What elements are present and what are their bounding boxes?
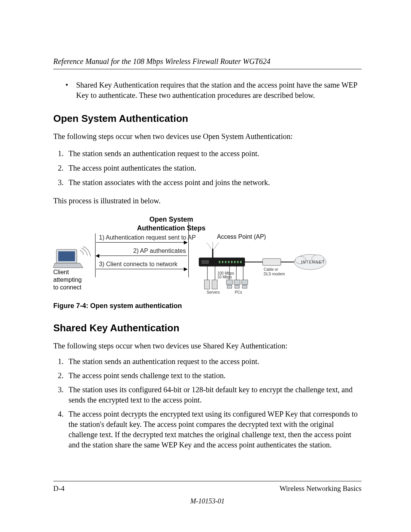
section1-step: The station sends an authentication requ…	[65, 147, 362, 160]
section2-intro: The following steps occur when two devic…	[53, 341, 362, 351]
servers-label: Servers	[207, 290, 220, 294]
network-cluster-icon: Cable or DLS modem INTERNET 100 Mbps 10 …	[196, 242, 341, 295]
section2-step: The access point decrypts the encrypted …	[65, 409, 362, 450]
svg-rect-25	[204, 280, 210, 289]
figure-caption: Figure 7-4: Open system authentication	[53, 302, 362, 310]
section1-heading: Open System Authentication	[53, 113, 362, 125]
section2-step: The station uses its configured 64-bit o…	[65, 385, 362, 405]
diagram-step1-label: 1) Authentication request sent to AP	[99, 234, 196, 241]
bullet-icon: •	[65, 80, 76, 101]
footer-doc-id: M-10153-01	[53, 497, 362, 505]
client-label-line: to connect	[53, 284, 81, 291]
footer-rule	[53, 481, 362, 481]
running-header: Reference Manual for the 108 Mbps Wirele…	[53, 57, 362, 66]
section1-outro: This process is illustrated in below.	[53, 196, 362, 206]
svg-rect-32	[242, 285, 247, 288]
arrow-right-icon	[96, 242, 187, 243]
modem-label-line: Cable or	[264, 267, 278, 272]
client-label: Client attempting to connect	[53, 268, 82, 291]
diagram-step3-label: 3) Client connects to network	[99, 261, 177, 268]
section2-steps: The station sends an authentication requ…	[53, 356, 362, 450]
svg-rect-27	[226, 280, 233, 284]
internet-label: INTERNET	[301, 260, 325, 264]
diagram-title: Open System Authentication Steps	[122, 215, 221, 232]
intro-bullet: • Shared Key Authentication requires tha…	[65, 80, 362, 101]
svg-rect-28	[227, 285, 232, 288]
section2-heading: Shared Key Authentication	[53, 322, 362, 334]
svg-rect-9	[228, 261, 229, 263]
svg-rect-11	[234, 261, 236, 263]
svg-rect-30	[235, 285, 239, 288]
client-label-line: Client	[53, 269, 69, 275]
document-page: Reference Manual for the 108 Mbps Wirele…	[0, 0, 411, 532]
svg-rect-13	[240, 261, 242, 263]
access-point-label: Access Point (AP)	[217, 233, 266, 240]
svg-rect-7	[222, 261, 223, 263]
figure-7-4: Open System Authentication Steps 1) Auth…	[53, 215, 362, 295]
page-number: D-4	[53, 484, 65, 493]
header-rule	[53, 69, 362, 69]
pcs-label: PCs	[235, 290, 242, 294]
svg-rect-5	[201, 260, 209, 264]
section1-intro: The following steps occur when two devic…	[53, 131, 362, 142]
arrow-left-icon	[96, 256, 187, 256]
footer-section-name: Wireless Networking Basics	[279, 484, 362, 493]
svg-rect-29	[234, 280, 240, 284]
section1-step: The access point authenticates the stati…	[65, 161, 362, 174]
section2-step: The access point sends challenge text to…	[65, 371, 362, 381]
diagram-title-line: Authentication Steps	[137, 224, 206, 232]
diagram-title-line: Open System	[149, 216, 193, 223]
svg-rect-1	[58, 251, 75, 261]
arrow-right-icon	[96, 269, 187, 269]
svg-rect-26	[212, 280, 217, 289]
diagram-open-system-auth: Open System Authentication Steps 1) Auth…	[53, 215, 342, 295]
svg-marker-2	[53, 263, 83, 268]
svg-rect-10	[231, 261, 233, 263]
svg-rect-8	[225, 261, 226, 263]
intro-bullet-text: Shared Key Authentication requires that …	[76, 80, 362, 101]
speed-label: 10 Mbps	[217, 275, 232, 279]
svg-rect-6	[219, 261, 220, 263]
section2-step: The station sends an authentication requ…	[65, 356, 362, 367]
modem-label-line: DLS modem	[264, 272, 285, 276]
client-label-line: attempting	[53, 276, 82, 283]
section1-step: The station associates with the access p…	[65, 176, 362, 189]
diagram-vline-right	[188, 222, 189, 277]
diagram-step2-label: 2) AP authenticates	[133, 248, 186, 254]
svg-rect-31	[242, 280, 248, 284]
svg-rect-15	[263, 259, 281, 265]
svg-rect-12	[237, 261, 239, 263]
page-footer: D-4 Wireless Networking Basics M-10153-0…	[53, 481, 362, 505]
section1-steps: The station sends an authentication requ…	[53, 147, 362, 189]
